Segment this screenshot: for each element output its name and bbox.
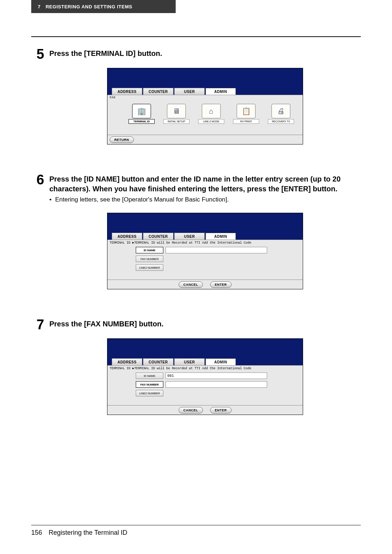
id-name-input[interactable]: 001 [166,372,267,379]
step-bullet-list: Entering letters, see the [Operator's Ma… [49,196,361,203]
initial-setup-icon: 🖥 [167,104,186,118]
fax-number-button[interactable]: FAX NUMBER [136,256,163,262]
rx-print-label: RX PRINT [233,119,259,124]
page-footer: 156 Registering the Terminal ID [31,525,361,537]
section-title: Registering the Terminal ID [49,529,127,537]
line2-mode-icon: ⌂ [202,104,221,118]
step-number: 6 [31,173,49,311]
cancel-button[interactable]: CANCEL [179,407,203,414]
tab-user[interactable]: USER [174,88,205,95]
rx-print-button[interactable]: 📋 RX PRINT [233,104,259,124]
device-tabs: ADDRESS COUNTER USER ADMIN [107,88,303,95]
line2-mode-label: LINE-2 MODE [198,119,224,124]
enter-button[interactable]: ENTER [210,407,232,414]
step-heading: Press the [TERMINAL ID] button. [49,49,361,58]
step-heading: Press the [FAX NUMBER] button. [49,319,361,329]
tab-counter[interactable]: COUNTER [143,233,173,240]
recovery-tx-button[interactable]: 🖨 RECOVERY TX [268,104,294,124]
tab-admin[interactable]: ADMIN [205,88,236,95]
tab-user[interactable]: USER [174,233,205,240]
fax-number-input[interactable] [166,381,267,388]
initial-setup-label: INITIAL SETUP [163,119,189,124]
fax-number-button[interactable]: FAX NUMBER [136,381,163,388]
cancel-button[interactable]: CANCEL [179,281,203,288]
device-tabs: ADDRESS COUNTER USER ADMIN [107,358,303,365]
step-number: 5 [31,47,49,166]
tab-admin[interactable]: ADMIN [205,233,236,240]
terminal-id-label: TERMINAL ID [128,119,155,124]
recovery-tx-icon: 🖨 [271,104,290,118]
id-name-button[interactable]: ID NAME [136,247,163,253]
breadcrumb: TERMINAL ID ▶TERMINAL ID will be Recorde… [107,240,303,245]
device-screenshot-3: ADDRESS COUNTER USER ADMIN TERMINAL ID ▶… [107,338,303,415]
bottom-rule [31,525,361,525]
chapter-header: 7 REGISTERING AND SETTING ITEMS [31,0,176,13]
device-screenshot-2: ADDRESS COUNTER USER ADMIN TERMINAL ID ▶… [107,213,303,289]
line2-number-button[interactable]: LINE2 NUMBER [136,390,163,396]
tab-counter[interactable]: COUNTER [143,358,173,365]
enter-button[interactable]: ENTER [210,281,232,288]
return-button[interactable]: RETURN [110,137,134,143]
tab-user[interactable]: USER [174,358,205,365]
initial-setup-button[interactable]: 🖥 INITIAL SETUP [163,104,189,124]
tab-address[interactable]: ADDRESS [112,358,142,365]
page-number: 156 [31,529,42,537]
step-number: 7 [31,318,49,437]
rx-print-icon: 📋 [237,104,256,118]
id-name-button[interactable]: ID NAME [136,372,163,379]
id-name-input[interactable] [166,247,267,253]
step-5: 5 Press the [TERMINAL ID] button. ADDRES… [31,47,361,166]
tab-counter[interactable]: COUNTER [143,88,173,95]
step-7: 7 Press the [FAX NUMBER] button. ADDRESS… [31,318,361,437]
step-heading: Press the [ID NAME] button and enter the… [49,174,361,194]
device-tabs: ADDRESS COUNTER USER ADMIN [107,233,303,240]
breadcrumb: TERMINAL ID ▶TERMINAL ID will be Recorde… [107,366,303,370]
tab-admin[interactable]: ADMIN [205,358,236,365]
terminal-id-button[interactable]: 🏢 TERMINAL ID [128,104,155,124]
tab-address[interactable]: ADDRESS [112,233,142,240]
recovery-tx-label: RECOVERY TX [268,119,294,124]
step-bullet: Entering letters, see the [Operator's Ma… [49,196,361,203]
device-screenshot-1: ADDRESS COUNTER USER ADMIN FAX 🏢 TERMINA… [107,68,303,144]
chapter-title: REGISTERING AND SETTING ITEMS [46,4,132,9]
top-rule [31,36,361,37]
breadcrumb: FAX [107,95,303,99]
tab-address[interactable]: ADDRESS [112,88,142,95]
step-6: 6 Press the [ID NAME] button and enter t… [31,173,361,311]
line2-number-button[interactable]: LINE2 NUMBER [136,264,163,271]
chapter-number: 7 [38,4,41,9]
line2-mode-button[interactable]: ⌂ LINE-2 MODE [198,104,224,124]
terminal-id-icon: 🏢 [132,104,151,118]
